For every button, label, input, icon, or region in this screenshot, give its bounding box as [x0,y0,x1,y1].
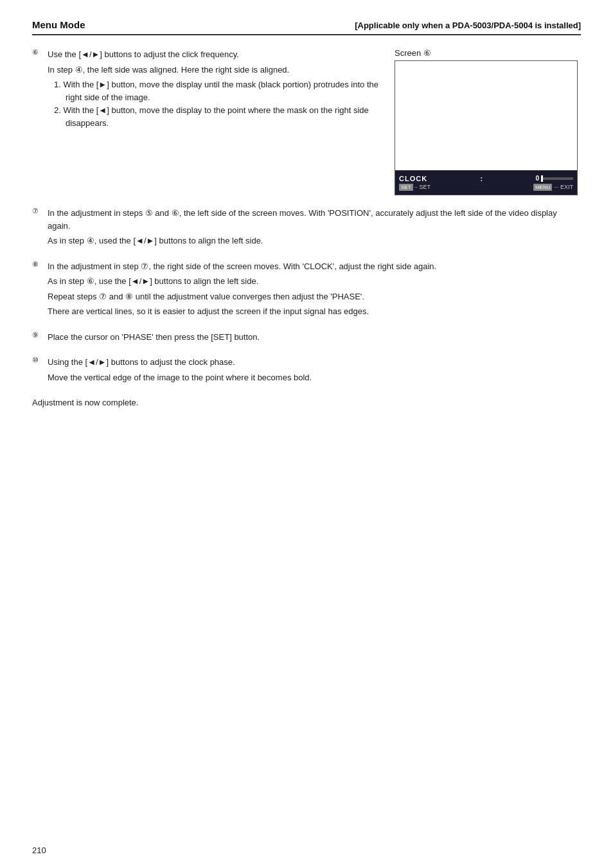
section-8-num: ⑧ [32,260,44,321]
header-menu-mode: Menu Mode [32,19,85,30]
section-9: ⑨ Place the cursor on 'PHASE' then press… [32,331,581,346]
section-9-body: Place the cursor on 'PHASE' then press t… [48,331,581,346]
section-7-text1: In the adjustment in steps ⑤ and ⑥, the … [48,207,581,232]
screen-box: CLOCK : 0 SET ·· SET [395,60,578,195]
section-10-text2: Move the vertical edge of the image to t… [48,371,581,384]
footer-body: Adjustment is now complete. [32,396,581,412]
osd-colon: : [480,175,483,182]
osd-set-btn: SET [399,184,413,191]
section-7: ⑦ In the adjustment in steps ⑤ and ⑥, th… [32,207,581,250]
header-subtitle: [Applicable only when a PDA-5003/PDA-500… [355,21,581,30]
section-7-text2: As in step ④, used the [◄/►] buttons to … [48,235,581,247]
section-7-num: ⑦ [32,207,44,250]
section-10-body: Using the [◄/►] buttons to adjust the cl… [48,356,581,386]
section-8-body: In the adjustment in step ⑦, the right s… [48,260,581,321]
osd-row1: CLOCK : 0 [399,175,573,182]
section-8: ⑧ In the adjustment in step ⑦, the right… [32,260,581,321]
section-9-text1: Place the cursor on 'PHASE' then press t… [48,331,581,344]
section-10: ⑩ Using the [◄/►] buttons to adjust the … [32,356,581,386]
osd-clock-label: CLOCK [399,175,427,182]
osd-slider-thumb [541,175,543,182]
osd-value: 0 [535,175,539,182]
main-content: ⑥ Use the [◄/►] buttons to adjust the cl… [32,48,581,195]
section-8-text1: In the adjustment in step ⑦, the right s… [48,260,581,273]
section-6: ⑥ Use the [◄/►] buttons to adjust the cl… [32,48,382,130]
section-6-num: ⑥ [32,48,44,130]
section-6-sub1: 1. With the [►] button, move the display… [54,78,382,104]
section-8-text4: There are vertical lines, so it is easie… [48,305,581,318]
osd-slider [541,177,573,180]
section-6-text2: In step ④, the left side was aligned. He… [48,64,382,76]
section-6-sub2: 2. With the [◄] button, move the display… [54,104,382,130]
section-10-text1: Using the [◄/►] buttons to adjust the cl… [48,356,581,369]
section-7-body: In the adjustment in steps ⑤ and ⑥, the … [48,207,581,250]
osd-set-area: SET ·· SET [399,184,431,191]
footer-section: Adjustment is now complete. [32,396,581,412]
screen-label: Screen ⑥ [395,48,581,58]
osd-menu-btn: MENU [533,184,553,191]
osd-menu-area: MENU ··· EXIT [533,184,573,191]
osd-progress: 0 [535,175,573,182]
osd-row2: SET ·· SET MENU ··· EXIT [399,184,573,191]
section-10-num: ⑩ [32,356,44,386]
full-sections: ⑦ In the adjustment in steps ⑤ and ⑥, th… [32,207,581,412]
section-8-text3: Repeat steps ⑦ and ⑧ until the adjustmen… [48,290,581,303]
osd-menu-label: ··· EXIT [554,184,573,190]
section-9-num: ⑨ [32,331,44,346]
osd-bar: CLOCK : 0 SET ·· SET [395,170,577,195]
page: Menu Mode [Applicable only when a PDA-50… [0,0,613,868]
section-6-text1: Use the [◄/►] buttons to adjust the clic… [48,48,382,61]
section-6-body: Use the [◄/►] buttons to adjust the clic… [48,48,382,130]
footer-text: Adjustment is now complete. [32,396,581,409]
page-number: 210 [32,846,46,855]
section-6-sublist: 1. With the [►] button, move the display… [54,78,382,130]
section-8-text2: As in step ⑥, use the [◄/►] buttons to a… [48,275,581,288]
osd-set-label: ·· SET [414,184,431,190]
right-column: Screen ⑥ CLOCK : 0 [395,48,581,195]
page-header: Menu Mode [Applicable only when a PDA-50… [32,19,581,35]
left-column: ⑥ Use the [◄/►] buttons to adjust the cl… [32,48,382,195]
